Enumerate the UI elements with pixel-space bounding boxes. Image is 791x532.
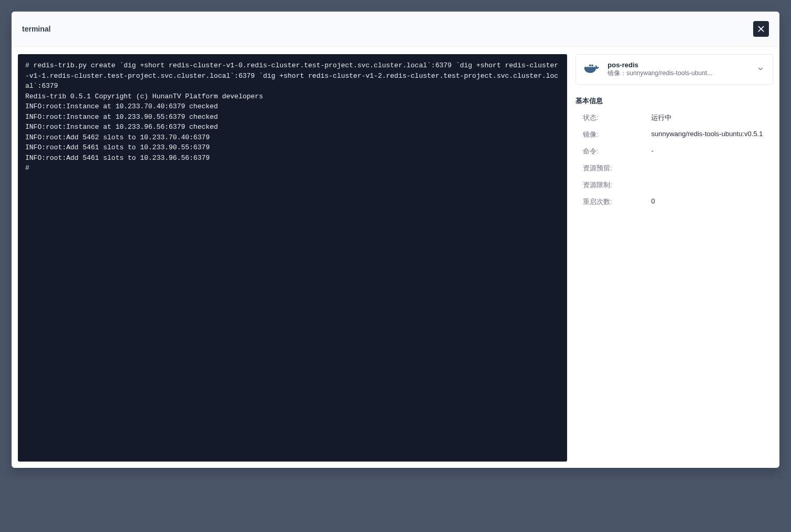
info-row-resource-limit: 资源限制:	[576, 180, 773, 190]
terminal-modal: terminal # redis-trib.py create `dig +sh…	[12, 12, 779, 468]
docker-icon	[582, 60, 601, 79]
info-label: 镜像:	[583, 130, 651, 139]
close-button[interactable]	[753, 21, 769, 37]
svg-rect-6	[591, 65, 593, 66]
modal-header: terminal	[12, 12, 779, 47]
info-label: 状态:	[583, 113, 651, 122]
modal-body: # redis-trib.py create `dig +short redis…	[12, 47, 779, 468]
info-row-image: 镜像: sunnywang/redis-tools-ubuntu:v0.5.1	[576, 130, 773, 139]
terminal-output[interactable]: # redis-trib.py create `dig +short redis…	[18, 54, 567, 462]
info-row-restart-count: 重启次数: 0	[576, 197, 773, 207]
container-image-summary: 镜像：sunnywang/redis-tools-ubunt...	[608, 69, 751, 78]
basic-info-heading: 基本信息	[576, 96, 773, 106]
close-icon	[757, 25, 765, 33]
info-row-resource-reserve: 资源预留:	[576, 163, 773, 173]
modal-title: terminal	[22, 25, 50, 33]
container-selector[interactable]: pos-redis 镜像：sunnywang/redis-tools-ubunt…	[576, 54, 773, 85]
info-label: 重启次数:	[583, 197, 651, 207]
details-sidebar: pos-redis 镜像：sunnywang/redis-tools-ubunt…	[576, 54, 773, 462]
info-value	[651, 163, 773, 173]
info-value: -	[651, 147, 773, 156]
container-info: pos-redis 镜像：sunnywang/redis-tools-ubunt…	[608, 61, 751, 78]
info-label: 资源限制:	[583, 180, 651, 190]
container-name: pos-redis	[608, 61, 751, 69]
info-label: 资源预留:	[583, 163, 651, 173]
info-value: 运行中	[651, 113, 773, 122]
info-value	[651, 180, 773, 190]
info-row-status: 状态: 运行中	[576, 113, 773, 122]
svg-rect-5	[589, 65, 591, 66]
chevron-down-icon	[757, 65, 764, 74]
info-label: 命令:	[583, 147, 651, 156]
info-value: 0	[651, 197, 773, 207]
info-value: sunnywang/redis-tools-ubuntu:v0.5.1	[651, 130, 773, 139]
info-row-command: 命令: -	[576, 147, 773, 156]
